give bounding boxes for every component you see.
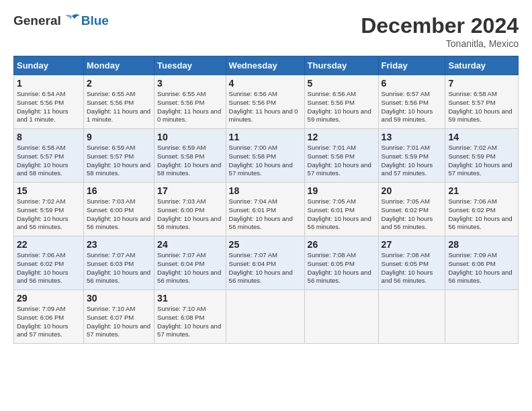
table-row: 19 Sunrise: 7:05 AMSunset: 6:01 PMDaylig… (304, 183, 378, 236)
day-info: Sunrise: 7:08 AMSunset: 6:05 PMDaylight:… (308, 251, 375, 285)
page-header: General Blue December 2024 Tonanitla, Me… (13, 13, 519, 49)
day-number: 21 (448, 185, 515, 196)
day-info: Sunrise: 7:06 AMSunset: 6:02 PMDaylight:… (448, 197, 515, 232)
table-row: 28 Sunrise: 7:09 AMSunset: 6:06 PMDaylig… (445, 236, 519, 290)
day-number: 12 (308, 132, 375, 142)
month-title: December 2024 (361, 13, 519, 38)
day-number: 20 (382, 185, 443, 196)
day-number: 15 (17, 185, 81, 196)
table-row (378, 290, 445, 344)
day-number: 17 (157, 185, 223, 196)
day-number: 30 (87, 293, 151, 304)
day-info: Sunrise: 6:54 AMSunset: 5:56 PMDaylight:… (17, 90, 81, 124)
day-number: 19 (308, 185, 375, 196)
table-row: 14 Sunrise: 7:02 AMSunset: 5:59 PMDaylig… (445, 129, 519, 183)
logo: General Blue (13, 13, 109, 30)
day-info: Sunrise: 7:09 AMSunset: 6:06 PMDaylight:… (17, 305, 81, 339)
calendar-week-row: 1 Sunrise: 6:54 AMSunset: 5:56 PMDayligh… (14, 75, 519, 129)
day-info: Sunrise: 7:03 AMSunset: 6:00 PMDaylight:… (157, 197, 223, 232)
day-number: 27 (382, 239, 443, 250)
calendar-table: Sunday Monday Tuesday Wednesday Thursday… (13, 56, 519, 344)
day-number: 7 (448, 78, 515, 89)
day-number: 26 (308, 239, 375, 250)
logo-general: General (13, 13, 61, 28)
day-number: 14 (448, 132, 515, 142)
day-info: Sunrise: 6:59 AMSunset: 5:58 PMDaylight:… (157, 144, 223, 178)
day-info: Sunrise: 6:56 AMSunset: 5:56 PMDaylight:… (308, 90, 375, 124)
table-row: 13 Sunrise: 7:01 AMSunset: 5:59 PMDaylig… (378, 129, 445, 183)
day-info: Sunrise: 7:07 AMSunset: 6:04 PMDaylight:… (229, 251, 302, 285)
day-info: Sunrise: 7:09 AMSunset: 6:06 PMDaylight:… (448, 251, 515, 285)
day-info: Sunrise: 6:58 AMSunset: 5:57 PMDaylight:… (17, 144, 81, 178)
table-row: 15 Sunrise: 7:02 AMSunset: 5:59 PMDaylig… (14, 183, 84, 236)
calendar-week-row: 15 Sunrise: 7:02 AMSunset: 5:59 PMDaylig… (14, 183, 519, 236)
table-row: 11 Sunrise: 7:00 AMSunset: 5:58 PMDaylig… (226, 129, 304, 183)
day-number: 23 (87, 239, 151, 250)
day-info: Sunrise: 7:02 AMSunset: 5:59 PMDaylight:… (17, 197, 81, 232)
table-row: 7 Sunrise: 6:58 AMSunset: 5:57 PMDayligh… (445, 75, 519, 129)
table-row: 6 Sunrise: 6:57 AMSunset: 5:56 PMDayligh… (378, 75, 445, 129)
table-row: 24 Sunrise: 7:07 AMSunset: 6:04 PMDaylig… (154, 236, 226, 290)
table-row (304, 290, 378, 344)
table-row: 26 Sunrise: 7:08 AMSunset: 6:05 PMDaylig… (304, 236, 378, 290)
table-row: 4 Sunrise: 6:56 AMSunset: 5:56 PMDayligh… (226, 75, 304, 129)
table-row: 25 Sunrise: 7:07 AMSunset: 6:04 PMDaylig… (226, 236, 304, 290)
table-row: 29 Sunrise: 7:09 AMSunset: 6:06 PMDaylig… (14, 290, 84, 344)
day-number: 24 (157, 239, 223, 250)
table-row: 2 Sunrise: 6:55 AMSunset: 5:56 PMDayligh… (84, 75, 154, 129)
day-number: 25 (229, 239, 302, 250)
table-row: 10 Sunrise: 6:59 AMSunset: 5:58 PMDaylig… (154, 129, 226, 183)
calendar-week-row: 8 Sunrise: 6:58 AMSunset: 5:57 PMDayligh… (14, 129, 519, 183)
day-info: Sunrise: 7:07 AMSunset: 6:04 PMDaylight:… (157, 251, 223, 285)
table-row: 18 Sunrise: 7:04 AMSunset: 6:01 PMDaylig… (226, 183, 304, 236)
table-row: 31 Sunrise: 7:10 AMSunset: 6:08 PMDaylig… (154, 290, 226, 344)
day-number: 3 (157, 78, 223, 89)
table-row (445, 290, 519, 344)
day-info: Sunrise: 7:00 AMSunset: 5:58 PMDaylight:… (229, 144, 302, 178)
table-row: 5 Sunrise: 6:56 AMSunset: 5:56 PMDayligh… (304, 75, 378, 129)
logo-blue: Blue (81, 13, 109, 28)
day-info: Sunrise: 7:10 AMSunset: 6:07 PMDaylight:… (87, 305, 151, 339)
day-number: 9 (87, 132, 151, 142)
day-info: Sunrise: 6:55 AMSunset: 5:56 PMDaylight:… (157, 90, 223, 124)
day-number: 1 (17, 78, 81, 89)
day-number: 31 (157, 293, 223, 304)
calendar-week-row: 29 Sunrise: 7:09 AMSunset: 6:06 PMDaylig… (14, 290, 519, 344)
day-info: Sunrise: 7:10 AMSunset: 6:08 PMDaylight:… (157, 305, 223, 339)
header-sunday: Sunday (14, 56, 84, 75)
table-row: 30 Sunrise: 7:10 AMSunset: 6:07 PMDaylig… (84, 290, 154, 344)
day-number: 28 (448, 239, 515, 250)
day-number: 18 (229, 185, 302, 196)
header-thursday: Thursday (304, 56, 378, 75)
table-row: 21 Sunrise: 7:06 AMSunset: 6:02 PMDaylig… (445, 183, 519, 236)
day-number: 11 (229, 132, 302, 142)
day-info: Sunrise: 6:56 AMSunset: 5:56 PMDaylight:… (229, 90, 302, 124)
day-info: Sunrise: 7:05 AMSunset: 6:01 PMDaylight:… (308, 197, 375, 232)
day-info: Sunrise: 7:01 AMSunset: 5:59 PMDaylight:… (382, 144, 443, 178)
day-info: Sunrise: 7:02 AMSunset: 5:59 PMDaylight:… (448, 144, 515, 178)
day-info: Sunrise: 7:03 AMSunset: 6:00 PMDaylight:… (87, 197, 151, 232)
day-number: 2 (87, 78, 151, 89)
day-info: Sunrise: 6:58 AMSunset: 5:57 PMDaylight:… (448, 90, 515, 124)
day-info: Sunrise: 6:57 AMSunset: 5:56 PMDaylight:… (382, 90, 443, 124)
day-number: 6 (382, 78, 443, 89)
day-number: 16 (87, 185, 151, 196)
table-row: 12 Sunrise: 7:01 AMSunset: 5:58 PMDaylig… (304, 129, 378, 183)
table-row: 3 Sunrise: 6:55 AMSunset: 5:56 PMDayligh… (154, 75, 226, 129)
location: Tonanitla, Mexico (361, 38, 519, 49)
table-row (226, 290, 304, 344)
table-row: 17 Sunrise: 7:03 AMSunset: 6:00 PMDaylig… (154, 183, 226, 236)
day-info: Sunrise: 7:06 AMSunset: 6:02 PMDaylight:… (17, 251, 81, 285)
logo-bird-icon (62, 13, 81, 28)
header-saturday: Saturday (445, 56, 519, 75)
day-info: Sunrise: 7:04 AMSunset: 6:01 PMDaylight:… (229, 197, 302, 232)
title-block: December 2024 Tonanitla, Mexico (361, 13, 519, 49)
table-row: 9 Sunrise: 6:59 AMSunset: 5:57 PMDayligh… (84, 129, 154, 183)
table-row: 1 Sunrise: 6:54 AMSunset: 5:56 PMDayligh… (14, 75, 84, 129)
day-number: 8 (17, 132, 81, 142)
day-info: Sunrise: 7:08 AMSunset: 6:05 PMDaylight:… (382, 251, 443, 285)
day-info: Sunrise: 6:59 AMSunset: 5:57 PMDaylight:… (87, 144, 151, 178)
header-monday: Monday (84, 56, 154, 75)
day-number: 22 (17, 239, 81, 250)
day-number: 10 (157, 132, 223, 142)
